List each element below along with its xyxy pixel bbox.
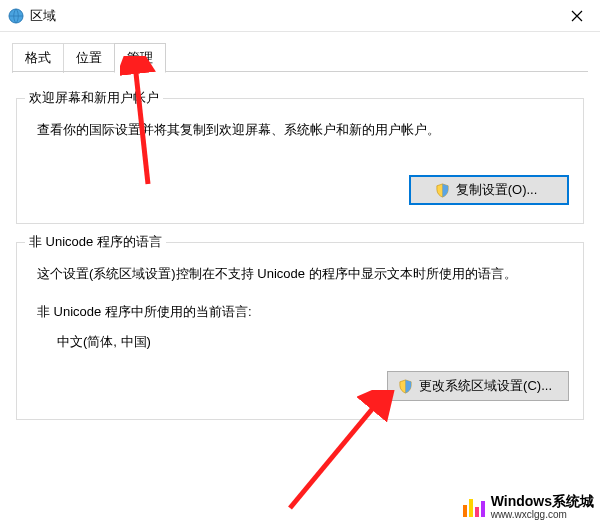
- tab-location[interactable]: 位置: [63, 43, 115, 73]
- close-icon: [571, 10, 583, 22]
- uac-shield-icon: [435, 183, 450, 198]
- group-welcome-screen: 欢迎屏幕和新用户帐户 查看你的国际设置并将其复制到欢迎屏幕、系统帐户和新的用户帐…: [16, 98, 584, 224]
- copy-settings-button[interactable]: 复制设置(O)...: [409, 175, 569, 205]
- uac-shield-icon: [398, 379, 413, 394]
- group-non-unicode-legend: 非 Unicode 程序的语言: [25, 233, 166, 251]
- copy-settings-label: 复制设置(O)...: [456, 181, 538, 199]
- group-non-unicode-desc: 这个设置(系统区域设置)控制在不支持 Unicode 的程序中显示文本时所使用的…: [37, 263, 569, 285]
- tab-bar: 格式 位置 管理: [0, 32, 600, 72]
- tab-baseline: [12, 71, 588, 72]
- current-language-label: 非 Unicode 程序中所使用的当前语言:: [37, 303, 569, 321]
- watermark: Windows系统城 www.wxclgg.com: [463, 494, 594, 520]
- current-language-value: 中文(简体, 中国): [57, 333, 569, 351]
- watermark-brand: Windows系统城: [491, 494, 594, 509]
- tab-administrative[interactable]: 管理: [114, 43, 166, 73]
- change-system-locale-button[interactable]: 更改系统区域设置(C)...: [387, 371, 569, 401]
- group-non-unicode: 非 Unicode 程序的语言 这个设置(系统区域设置)控制在不支持 Unico…: [16, 242, 584, 420]
- window-title: 区域: [30, 7, 56, 25]
- group-welcome-legend: 欢迎屏幕和新用户帐户: [25, 89, 163, 107]
- watermark-url: www.wxclgg.com: [491, 509, 594, 520]
- region-icon: [8, 8, 24, 24]
- titlebar: 区域: [0, 0, 600, 32]
- close-button[interactable]: [554, 0, 600, 32]
- tab-panel: 欢迎屏幕和新用户帐户 查看你的国际设置并将其复制到欢迎屏幕、系统帐户和新的用户帐…: [0, 72, 600, 420]
- change-system-locale-label: 更改系统区域设置(C)...: [419, 377, 552, 395]
- group-welcome-desc: 查看你的国际设置并将其复制到欢迎屏幕、系统帐户和新的用户帐户。: [37, 119, 569, 141]
- watermark-bars-icon: [463, 497, 485, 517]
- tab-format[interactable]: 格式: [12, 43, 64, 73]
